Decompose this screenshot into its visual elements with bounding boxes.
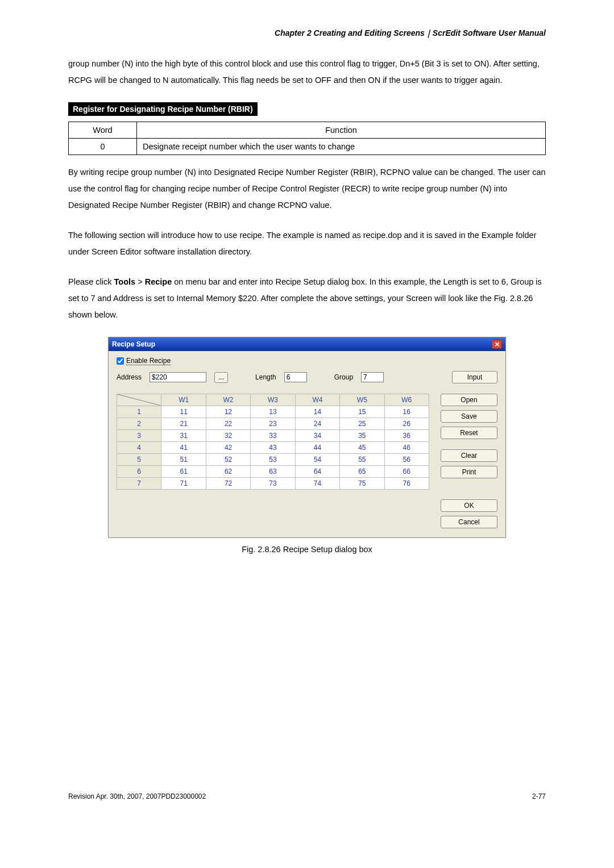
p4-sep: > (135, 277, 145, 286)
close-button[interactable]: ✕ (492, 340, 502, 349)
cell-word: 0 (69, 139, 137, 155)
address-input[interactable] (150, 372, 206, 382)
grid-row-h: 7 (117, 478, 161, 490)
grid-cell[interactable]: 56 (384, 454, 429, 466)
footer-page-number: 2-77 (532, 792, 546, 800)
input-button[interactable]: Input (452, 371, 497, 383)
grid-cell[interactable]: 74 (295, 478, 339, 490)
svg-line-0 (117, 394, 161, 406)
grid-row-h: 6 (117, 466, 161, 478)
group-label: Group (334, 373, 353, 381)
grid-cell[interactable]: 55 (340, 454, 384, 466)
grid-cell[interactable]: 71 (161, 478, 206, 490)
grid-cell[interactable]: 16 (384, 406, 429, 418)
close-icon: ✕ (495, 341, 500, 348)
reset-button[interactable]: Reset (441, 427, 497, 439)
grid-cell[interactable]: 13 (251, 406, 295, 418)
grid-cell[interactable]: 25 (340, 418, 384, 430)
grid-cell[interactable]: 54 (295, 454, 339, 466)
grid-cell[interactable]: 22 (206, 418, 250, 430)
dialog-titlebar: Recipe Setup ✕ (109, 337, 505, 351)
cancel-button[interactable]: Cancel (441, 516, 497, 528)
grid-cell[interactable]: 52 (206, 454, 250, 466)
grid-row: 1111213141516 (117, 406, 429, 418)
grid-cell[interactable]: 64 (295, 466, 339, 478)
grid-cell[interactable]: 24 (295, 418, 339, 430)
enable-recipe-checkbox[interactable] (117, 357, 124, 365)
grid-row-h: 5 (117, 454, 161, 466)
grid-cell[interactable]: 31 (161, 430, 206, 442)
grid-cell[interactable]: 45 (340, 442, 384, 454)
grid-col-h: W1 (161, 394, 206, 406)
recipe-grid[interactable]: W1 W2 W3 W4 W5 W6 1111213141516 22122232… (117, 394, 429, 490)
page-header: Chapter 2 Creating and Editing Screens｜S… (68, 28, 546, 39)
address-browse-button[interactable]: ... (214, 372, 228, 383)
grid-row: 7717273747576 (117, 478, 429, 490)
grid-cell[interactable]: 73 (251, 478, 295, 490)
grid-col-h: W5 (340, 394, 384, 406)
open-button[interactable]: Open (441, 394, 497, 406)
grid-col-h: W2 (206, 394, 250, 406)
grid-cell[interactable]: 15 (340, 406, 384, 418)
enable-recipe-label: Enable Recipe (126, 357, 171, 365)
grid-row: 3313233343536 (117, 430, 429, 442)
grid-cell[interactable]: 21 (161, 418, 206, 430)
grid-cell[interactable]: 62 (206, 466, 250, 478)
grid-cell[interactable]: 76 (384, 478, 429, 490)
grid-cell[interactable]: 43 (251, 442, 295, 454)
grid-cell[interactable]: 61 (161, 466, 206, 478)
length-input[interactable] (284, 372, 307, 382)
grid-cell[interactable]: 33 (251, 430, 295, 442)
paragraph-3: The following section will introduce how… (68, 227, 546, 260)
recipe-setup-dialog: Recipe Setup ✕ Enable Recipe Address ...… (108, 337, 506, 538)
grid-row-h: 4 (117, 442, 161, 454)
grid-cell[interactable]: 12 (206, 406, 250, 418)
table-header-function: Function (137, 122, 546, 139)
grid-cell[interactable]: 36 (384, 430, 429, 442)
grid-cell[interactable]: 14 (295, 406, 339, 418)
grid-cell[interactable]: 23 (251, 418, 295, 430)
grid-cell[interactable]: 66 (384, 466, 429, 478)
grid-cell[interactable]: 11 (161, 406, 206, 418)
grid-cell[interactable]: 26 (384, 418, 429, 430)
grid-cell[interactable]: 63 (251, 466, 295, 478)
paragraph-2: By writing recipe group number (N) into … (68, 164, 546, 214)
clear-button[interactable]: Clear (441, 449, 497, 462)
grid-cell[interactable]: 46 (384, 442, 429, 454)
footer-revision: Revision Apr. 30th, 2007, 2007PDD2300000… (68, 792, 206, 800)
grid-row: 5515253545556 (117, 454, 429, 466)
ok-button[interactable]: OK (441, 499, 497, 512)
save-button[interactable]: Save (441, 410, 497, 423)
grid-cell[interactable]: 75 (340, 478, 384, 490)
grid-cell[interactable]: 35 (340, 430, 384, 442)
length-label: Length (255, 373, 276, 381)
grid-row: 4414243444546 (117, 442, 429, 454)
grid-col-h: W6 (384, 394, 429, 406)
grid-row: 6616263646566 (117, 466, 429, 478)
group-input[interactable] (361, 372, 384, 382)
grid-cell[interactable]: 41 (161, 442, 206, 454)
word-function-table: Word Function 0 Designate receipt number… (68, 122, 546, 155)
grid-cell[interactable]: 32 (206, 430, 250, 442)
grid-row-h: 2 (117, 418, 161, 430)
grid-cell[interactable]: 53 (251, 454, 295, 466)
section-title: Register for Designating Recipe Number (… (68, 102, 258, 116)
grid-cell[interactable]: 44 (295, 442, 339, 454)
grid-cell[interactable]: 72 (206, 478, 250, 490)
grid-cell[interactable]: 42 (206, 442, 250, 454)
paragraph-4: Please click Tools > Recipe on menu bar … (68, 274, 546, 323)
cell-function: Designate receipt number which the user … (137, 139, 546, 155)
figure-caption: Fig. 2.8.26 Recipe Setup dialog box (68, 545, 546, 554)
grid-corner (117, 394, 161, 406)
p4-recipe: Recipe (145, 277, 172, 286)
grid-row: 2212223242526 (117, 418, 429, 430)
grid-cell[interactable]: 34 (295, 430, 339, 442)
grid-col-h: W4 (295, 394, 339, 406)
grid-row-h: 3 (117, 430, 161, 442)
grid-cell[interactable]: 65 (340, 466, 384, 478)
print-button[interactable]: Print (441, 466, 497, 478)
address-label: Address (117, 373, 142, 381)
grid-cell[interactable]: 51 (161, 454, 206, 466)
dialog-title: Recipe Setup (112, 340, 155, 348)
p4-tools: Tools (114, 277, 136, 286)
